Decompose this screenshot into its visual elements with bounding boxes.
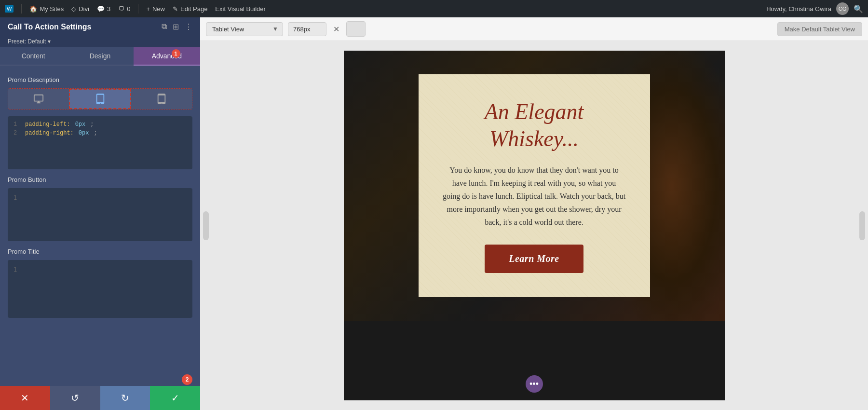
promo-button-code-editor[interactable]: 1 bbox=[8, 188, 192, 241]
top-bar: W 🏠 My Sites ◇ Divi 💬 3 🗨 0 + New ✎ Edit… bbox=[0, 0, 868, 17]
topbar-right: Howdy, Christina Gwira CG 🔍 bbox=[766, 2, 863, 15]
user-greeting[interactable]: Howdy, Christina Gwira bbox=[766, 5, 831, 13]
panel-title: Call To Action Settings bbox=[8, 23, 91, 31]
view-select-wrapper: Tablet View ▼ bbox=[206, 22, 283, 36]
panel-header-icons: ⧉ ⊞ ⋮ bbox=[162, 22, 192, 31]
line-num-empty-1: 1 bbox=[14, 194, 17, 201]
cta-card: An Elegant Whiskey... You do know, you d… bbox=[419, 74, 650, 297]
code-property-1: padding-left: bbox=[25, 121, 70, 128]
cta-learn-more-button[interactable]: Learn More bbox=[485, 245, 583, 273]
tab-design[interactable]: Design bbox=[67, 47, 133, 65]
code-value-1: 0px bbox=[75, 121, 86, 128]
canvas-area: Tablet View ▼ ✕ Make Default Tablet View… bbox=[200, 17, 868, 410]
search-icon[interactable]: 🔍 bbox=[854, 4, 863, 14]
code-line-1: 1 padding-left: 0px ; bbox=[14, 121, 187, 128]
wordpress-icon: W bbox=[5, 5, 14, 13]
cta-dots-menu[interactable]: ••• bbox=[526, 375, 543, 393]
width-input[interactable] bbox=[288, 22, 326, 36]
save-button[interactable]: ✓ bbox=[150, 386, 200, 410]
messages-link[interactable]: 🗨 0 bbox=[118, 5, 130, 13]
promo-title-label: Promo Title bbox=[8, 248, 192, 255]
line-num-empty-2: 1 bbox=[14, 266, 17, 273]
panel-footer: ✕ ↺ ↻ ✓ bbox=[0, 386, 200, 410]
cta-background: An Elegant Whiskey... You do know, you d… bbox=[344, 51, 725, 321]
preset-selector[interactable]: Preset: Default ▾ bbox=[0, 36, 200, 47]
divi-icon: ◇ bbox=[71, 5, 76, 13]
comment-icon: 💬 bbox=[97, 5, 105, 13]
my-sites-link[interactable]: 🏠 My Sites bbox=[29, 5, 64, 13]
layout-icon[interactable]: ⊞ bbox=[173, 22, 179, 31]
edit-icon: ✎ bbox=[173, 5, 178, 13]
promo-button-label: Promo Button bbox=[8, 176, 192, 183]
code-semi-2: ; bbox=[94, 130, 97, 137]
panel-content: Promo Description 1 padding-left: 0px bbox=[0, 66, 200, 386]
plus-icon: + bbox=[146, 5, 150, 13]
badge-2: 2 bbox=[182, 374, 192, 385]
canvas-resize-handle-right[interactable] bbox=[859, 211, 865, 240]
popout-icon[interactable]: ⧉ bbox=[162, 22, 167, 31]
code-property-2: padding-right: bbox=[25, 130, 74, 137]
tablet-button[interactable] bbox=[69, 89, 132, 109]
device-selector bbox=[8, 88, 192, 109]
tab-badge: 1 bbox=[172, 49, 180, 58]
exit-visual-builder-link[interactable]: Exit Visual Builder bbox=[215, 5, 266, 13]
cancel-button[interactable]: ✕ bbox=[0, 386, 50, 410]
code-semi-1: ; bbox=[90, 121, 94, 128]
message-icon: 🗨 bbox=[118, 5, 124, 13]
new-link[interactable]: + New bbox=[146, 5, 165, 13]
comments-link[interactable]: 💬 3 bbox=[97, 5, 110, 13]
divi-link[interactable]: ◇ Divi bbox=[71, 5, 89, 13]
separator bbox=[21, 4, 22, 14]
preset-arrow: ▾ bbox=[48, 38, 51, 45]
avatar[interactable]: CG bbox=[836, 2, 849, 15]
panel-tabs: Content Design Advanced 1 bbox=[0, 47, 200, 66]
tab-advanced[interactable]: Advanced 1 bbox=[134, 47, 200, 65]
promo-title-code-editor[interactable]: 1 bbox=[8, 260, 192, 318]
home-icon: 🏠 bbox=[29, 5, 37, 13]
undo-button[interactable]: ↺ bbox=[50, 386, 100, 410]
view-select[interactable]: Tablet View bbox=[206, 22, 283, 36]
canvas-toolbar: Tablet View ▼ ✕ Make Default Tablet View bbox=[200, 17, 868, 41]
promo-description-code-editor[interactable]: 1 padding-left: 0px ; 2 padding-right: 0… bbox=[8, 116, 192, 169]
color-picker[interactable] bbox=[346, 21, 366, 37]
separator2 bbox=[138, 4, 138, 14]
cta-body: You do know, you do know that they don't… bbox=[443, 164, 626, 229]
promo-description-label: Promo Description bbox=[8, 76, 192, 83]
more-icon[interactable]: ⋮ bbox=[185, 22, 192, 31]
wp-logo[interactable]: W bbox=[5, 5, 14, 13]
edit-page-link[interactable]: ✎ Edit Page bbox=[173, 5, 207, 13]
tab-content[interactable]: Content bbox=[0, 47, 67, 65]
canvas-resize-handle-left[interactable] bbox=[203, 211, 209, 240]
line-number-1: 1 bbox=[14, 121, 20, 128]
desktop-button[interactable] bbox=[8, 89, 69, 109]
redo-button[interactable]: ↻ bbox=[100, 386, 150, 410]
settings-panel: Call To Action Settings ⧉ ⊞ ⋮ Preset: De… bbox=[0, 17, 200, 410]
canvas-scroll[interactable]: An Elegant Whiskey... You do know, you d… bbox=[200, 41, 868, 410]
line-number-2: 2 bbox=[14, 130, 20, 137]
cta-title: An Elegant Whiskey... bbox=[443, 98, 626, 151]
mobile-button[interactable] bbox=[131, 89, 192, 109]
code-line-2: 2 padding-right: 0px ; bbox=[14, 130, 187, 137]
make-default-button[interactable]: Make Default Tablet View bbox=[777, 22, 862, 36]
main-layout: Call To Action Settings ⧉ ⊞ ⋮ Preset: De… bbox=[0, 17, 868, 410]
cta-preview: An Elegant Whiskey... You do know, you d… bbox=[344, 51, 725, 400]
panel-header: Call To Action Settings ⧉ ⊞ ⋮ bbox=[0, 17, 200, 36]
code-value-2: 0px bbox=[79, 130, 89, 137]
close-icon[interactable]: ✕ bbox=[331, 23, 341, 36]
